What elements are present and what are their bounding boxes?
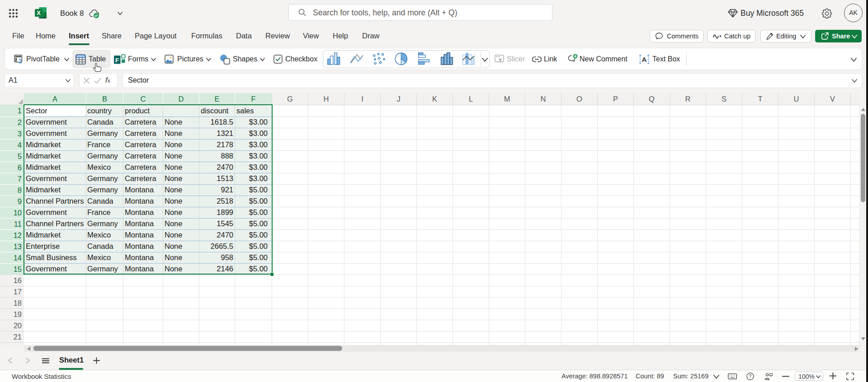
svg-text:F: F xyxy=(115,57,119,64)
svg-text:?: ? xyxy=(749,373,752,379)
svg-text:X: X xyxy=(37,9,41,16)
svg-text:A: A xyxy=(642,56,647,63)
